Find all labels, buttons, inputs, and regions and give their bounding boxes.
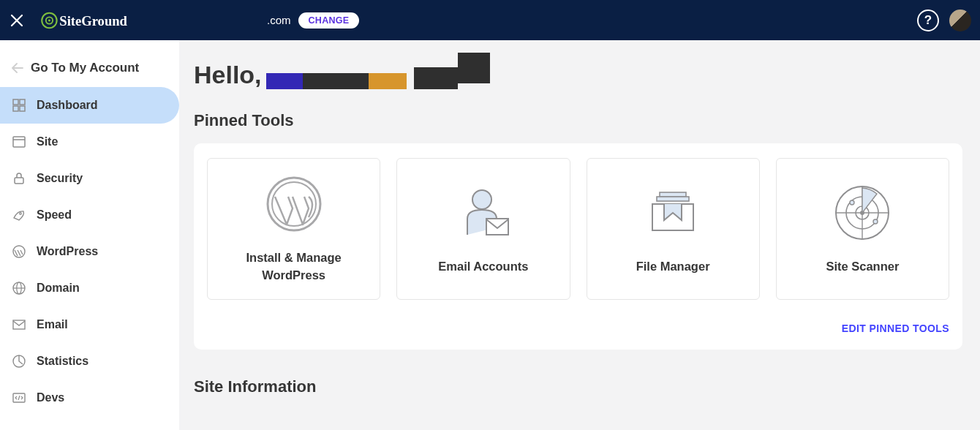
sidebar-item-security[interactable]: Security (0, 160, 179, 197)
change-domain-button[interactable]: CHANGE (298, 12, 360, 29)
wordpress-icon (12, 244, 26, 259)
svg-rect-5 (20, 99, 25, 105)
statistics-icon (12, 354, 26, 369)
sidebar-item-speed[interactable]: Speed (0, 197, 179, 233)
dashboard-icon (12, 98, 26, 113)
greeting-prefix: Hello, (194, 61, 262, 89)
sidebar-item-label: Speed (37, 208, 72, 222)
site-icon (12, 135, 26, 149)
domain-suffix: .com (267, 14, 291, 26)
security-icon (12, 171, 26, 186)
email-accounts-icon (453, 182, 514, 244)
brand-logo[interactable]: SiteGround (37, 11, 146, 30)
help-button[interactable]: ? (917, 10, 939, 31)
pinned-tools-grid: Install & Manage WordPress Email Account… (207, 158, 949, 300)
main-content: Hello, Pinned Tools (179, 40, 980, 430)
go-to-account-label: Go To My Account (31, 61, 139, 75)
sidebar-item-devs[interactable]: Devs (0, 380, 179, 416)
tool-card-filemanager[interactable]: File Manager (587, 158, 760, 300)
arrow-left-icon (12, 63, 23, 73)
sidebar-item-label: Devs (37, 391, 64, 404)
sidebar-item-label: Security (37, 172, 83, 185)
svg-rect-6 (13, 106, 18, 111)
tool-card-sitescanner[interactable]: Site Scanner (776, 158, 949, 300)
wordpress-install-icon (263, 173, 325, 235)
header-right: ? (917, 10, 971, 31)
sidebar-item-label: Email (37, 318, 68, 331)
sidebar-item-domain[interactable]: Domain (0, 270, 179, 306)
sidebar-item-wordpress[interactable]: WordPress (0, 233, 179, 270)
tool-card-wordpress[interactable]: Install & Manage WordPress (207, 158, 380, 300)
sidebar-item-label: Statistics (37, 355, 88, 368)
pinned-tools-panel: Install & Manage WordPress Email Account… (194, 143, 962, 350)
svg-rect-7 (20, 106, 25, 111)
sidebar-item-dashboard[interactable]: Dashboard (0, 87, 179, 124)
sidebar: Go To My Account Dashboard Site Security… (0, 40, 179, 430)
help-icon: ? (924, 13, 932, 28)
sidebar-item-label: Site (37, 135, 58, 148)
email-icon (12, 317, 26, 332)
avatar[interactable] (949, 10, 971, 31)
site-information-title: Site Information (194, 377, 962, 396)
svg-rect-23 (660, 192, 686, 197)
svg-point-32 (873, 219, 878, 224)
svg-point-31 (850, 200, 854, 205)
svg-point-11 (20, 213, 22, 215)
tool-label: Email Accounts (425, 258, 541, 276)
tool-label: Install & Manage WordPress (208, 249, 380, 284)
svg-rect-22 (486, 219, 508, 235)
greeting: Hello, (194, 61, 962, 89)
svg-text:SiteGround: SiteGround (59, 12, 127, 28)
sidebar-item-statistics[interactable]: Statistics (0, 343, 179, 380)
edit-pinned-row: EDIT PINNED TOOLS (207, 322, 949, 335)
tool-card-email[interactable]: Email Accounts (396, 158, 570, 300)
svg-point-21 (472, 190, 491, 209)
speed-icon (12, 208, 26, 222)
site-scanner-icon (832, 182, 893, 244)
domain-switcher: .com CHANGE (267, 12, 359, 29)
tool-label: Site Scanner (813, 258, 912, 276)
go-to-account-link[interactable]: Go To My Account (0, 56, 179, 87)
devs-icon (12, 391, 26, 405)
close-button[interactable] (0, 0, 34, 40)
domain-icon (12, 281, 26, 295)
sidebar-item-site[interactable]: Site (0, 124, 179, 160)
sidebar-item-label: Dashboard (37, 99, 98, 112)
svg-point-2 (48, 19, 50, 21)
sidebar-item-label: WordPress (37, 245, 98, 258)
svg-rect-4 (13, 99, 18, 105)
tool-label: File Manager (623, 258, 723, 276)
edit-pinned-tools-link[interactable]: EDIT PINNED TOOLS (842, 322, 949, 334)
svg-rect-10 (15, 178, 23, 184)
greeting-name-redacted (266, 67, 497, 89)
pinned-tools-title: Pinned Tools (194, 111, 962, 130)
sidebar-item-email[interactable]: Email (0, 306, 179, 343)
sidebar-item-label: Domain (37, 282, 80, 295)
close-icon (10, 14, 23, 27)
svg-rect-24 (657, 197, 689, 201)
top-header: SiteGround .com CHANGE ? (0, 0, 980, 40)
file-manager-icon (642, 182, 704, 244)
svg-rect-16 (13, 320, 25, 329)
svg-rect-8 (13, 137, 25, 147)
